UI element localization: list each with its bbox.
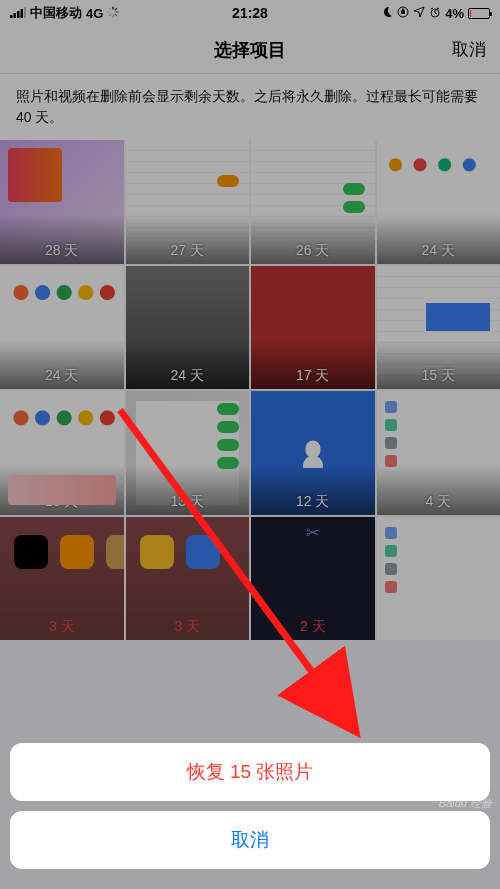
sheet-cancel-button[interactable]: 取消	[10, 811, 490, 869]
action-sheet: 恢复 15 张照片 取消	[0, 733, 500, 889]
watermark: Baidu 经验	[439, 796, 492, 811]
recover-photos-button[interactable]: 恢复 15 张照片	[10, 743, 490, 801]
